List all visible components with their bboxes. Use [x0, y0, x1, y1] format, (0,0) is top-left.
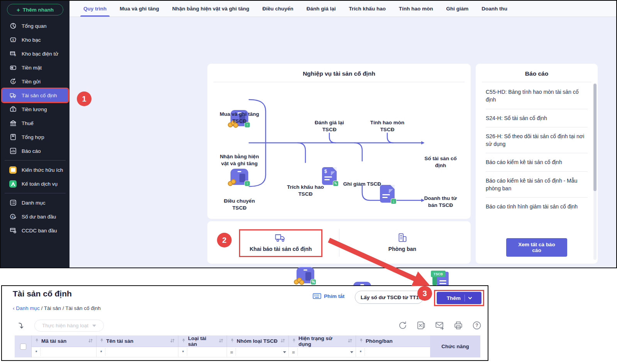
sidebar-item-so-du-ban-dau[interactable]: $ Số dư ban đầu	[2, 210, 68, 223]
report-item[interactable]: S26-H: Sổ theo dõi tài sản cố định tại n…	[486, 127, 588, 154]
sort-icon[interactable]	[280, 338, 285, 344]
filter-dropdown-icon[interactable]	[350, 351, 353, 353]
reports-scrollbar[interactable]	[593, 83, 597, 260]
refresh-icon[interactable]	[398, 320, 408, 330]
sidebar-item-tong-quan[interactable]: Tổng quan	[2, 19, 68, 32]
tab-danh-gia-lai[interactable]: Đánh giá lại	[307, 1, 336, 17]
sort-icon[interactable]	[219, 338, 224, 344]
tab-dieu-chuyen[interactable]: Điều chuyển	[263, 1, 293, 17]
filter-input-ma-tai-san[interactable]	[40, 348, 94, 356]
view-all-reports-button[interactable]: Xem tất cả báo cáo	[506, 238, 567, 257]
get-balance-button[interactable]: Lấy số dư TSCĐ từ TT107	[355, 291, 424, 304]
tab-tinh-hao-mon[interactable]: Tính hao mòn	[399, 1, 433, 17]
report-item[interactable]: Báo cáo kiểm kê tài sản cố định - Mẫu ph…	[486, 172, 588, 198]
send-email-icon[interactable]	[435, 320, 445, 330]
node-label-mua[interactable]: Mua và ghi tăng TSCĐ	[214, 111, 264, 125]
column-header-phong-ban[interactable]: Phòng/ban	[356, 335, 430, 347]
sidebar-item-tien-luong[interactable]: $ Tiền lương	[2, 103, 68, 116]
tab-trich-khau-hao[interactable]: Trích khấu hao	[349, 1, 386, 17]
column-header-ten-tai-san[interactable]: Tên tài sản	[97, 335, 178, 347]
tab-mua-va-ghi-tang[interactable]: Mua và ghi tăng	[120, 1, 159, 17]
filter-operator[interactable]: =	[229, 349, 234, 355]
node-label-tinh[interactable]: Tính hao mòn TSCĐ	[366, 119, 409, 133]
export-excel-icon[interactable]	[416, 320, 426, 330]
filter-operator[interactable]: *	[99, 349, 103, 355]
filter-operator[interactable]: *	[34, 349, 39, 355]
tab-ghi-giam[interactable]: Ghi giảm	[446, 1, 468, 17]
tab-doanh-thu[interactable]: Doanh thu	[481, 1, 507, 17]
bulk-action-button[interactable]: Thực hiện hàng loạt	[34, 320, 104, 332]
pin-icon[interactable]	[35, 338, 39, 344]
pin-icon[interactable]	[292, 338, 296, 344]
expand-sort-icon[interactable]	[17, 322, 26, 332]
sort-icon[interactable]	[170, 338, 175, 344]
print-icon[interactable]	[453, 320, 463, 330]
reports-scrollbar-thumb[interactable]	[593, 84, 597, 191]
fixed-asset-truck-icon	[9, 92, 17, 99]
report-item[interactable]: S24-H: Sổ tài sản cố định	[486, 109, 588, 127]
column-header-ma-tai-san[interactable]: Mã tài sản	[32, 335, 97, 347]
filter-input-nhom-loai-tscd[interactable]	[236, 348, 281, 356]
depreciation-asset-icon[interactable]: %	[297, 267, 314, 283]
sidebar-item-tien-gui[interactable]: $ Tiền gửi	[2, 75, 68, 88]
department-link[interactable]: Phòng ban	[385, 233, 420, 252]
sidebar-item-tong-hop[interactable]: Tổng hợp	[2, 130, 68, 144]
tab-quy-trinh[interactable]: Quy trình	[83, 1, 107, 17]
step3-highlight-box: Thêm	[434, 290, 484, 306]
receive-in-kind-icon[interactable]: ↑	[231, 169, 248, 185]
filter-operator[interactable]: =	[291, 349, 296, 355]
pin-icon[interactable]	[100, 338, 104, 344]
filter-operator[interactable]: *	[358, 349, 363, 355]
sidebar-item-thue[interactable]: Thuế	[2, 117, 68, 130]
filter-input-phong-ban[interactable]	[364, 348, 428, 356]
e-treasury-icon: $	[9, 50, 17, 58]
sidebar-item-ke-toan-dich-vu[interactable]: Kế toán dịch vụ	[2, 177, 68, 190]
sidebar-item-label: Tài sản cố định	[22, 93, 57, 98]
sort-icon[interactable]	[88, 338, 93, 344]
help-icon[interactable]: ?	[472, 320, 482, 330]
node-label-dieu[interactable]: Điều chuyển TSCĐ	[220, 198, 259, 212]
add-button-label: Thêm	[447, 295, 461, 301]
node-label-ghigiam[interactable]: Ghi giảm TSCĐ	[337, 181, 387, 188]
filter-input-ten-tai-san[interactable]	[105, 348, 176, 356]
node-label-so[interactable]: Sổ tài sản cố định	[420, 155, 461, 169]
node-label-nhan[interactable]: Nhận bằng hiện vật và ghi tăng	[217, 153, 262, 167]
revalue-doc-icon[interactable]: $ ✎	[322, 167, 337, 185]
select-all-checkbox[interactable]	[20, 344, 26, 350]
sidebar-item-kho-bac[interactable]: $ Kho bạc	[2, 33, 68, 46]
column-header-nhom-loai-tscd[interactable]: Nhóm loại TSCĐ	[227, 335, 289, 347]
breadcrumb-back-icon[interactable]: ‹	[13, 305, 15, 311]
sidebar-item-kien-thuc-huu-ich[interactable]: Kiến thức hữu ích	[2, 163, 68, 176]
pin-icon[interactable]	[359, 338, 363, 344]
shortcut-button[interactable]: Phím tắt	[313, 293, 344, 299]
svg-text:$: $	[12, 215, 14, 218]
report-item[interactable]: Báo cáo kiểm kê tài sản cố định	[486, 153, 588, 171]
quick-add-button[interactable]: + Thêm nhanh	[7, 4, 63, 15]
sidebar-item-ccdc-ban-dau[interactable]: CCDC ban đầu	[2, 224, 68, 237]
report-item[interactable]: C55-HD: Bảng tính hao mòn tài sản cố địn…	[486, 83, 588, 109]
node-label-trich[interactable]: Trích khấu hao TSCĐ	[283, 184, 328, 198]
step2-highlight-box	[239, 229, 322, 257]
node-label-doanhthu[interactable]: Doanh thu từ bán TSCĐ	[419, 195, 462, 209]
filter-dropdown-icon[interactable]	[283, 351, 286, 353]
add-button-divider	[464, 295, 465, 301]
sidebar-item-kho-bac-dien-tu[interactable]: $ Kho bạc điện tử	[2, 47, 68, 60]
filter-input-hien-trang[interactable]	[297, 348, 349, 356]
node-label-danhgia[interactable]: Đánh giá lại TSCĐ	[310, 119, 349, 133]
sidebar-item-bao-cao[interactable]: Báo cáo	[2, 144, 68, 157]
step2-marker: 2	[217, 233, 232, 247]
tab-nhan-bang-hien-vat[interactable]: Nhận bằng hiện vật và ghi tăng	[172, 1, 249, 17]
add-button[interactable]: Thêm	[437, 292, 481, 304]
sidebar-item-danh-muc[interactable]: Danh mục	[2, 196, 68, 209]
pin-icon[interactable]	[181, 338, 186, 344]
column-header-hien-trang[interactable]: Hiện trạng sử dụng	[289, 335, 356, 347]
pin-icon[interactable]	[230, 338, 234, 344]
column-header-loai-tai-san[interactable]: Loại tài sản	[178, 335, 227, 347]
filter-operator[interactable]: *	[181, 349, 185, 355]
sidebar-item-tien-mat[interactable]: $ Tiền mặt	[2, 61, 68, 74]
breadcrumb-link-danh-muc[interactable]: Danh mục	[16, 305, 40, 311]
sidebar-item-tai-san-co-dinh[interactable]: Tài sản cố định	[2, 89, 68, 102]
report-item[interactable]: Báo cáo tình hình giảm tài sản cố định	[486, 198, 588, 215]
filter-input-loai-tai-san[interactable]	[187, 348, 224, 356]
sort-icon[interactable]	[347, 338, 353, 344]
